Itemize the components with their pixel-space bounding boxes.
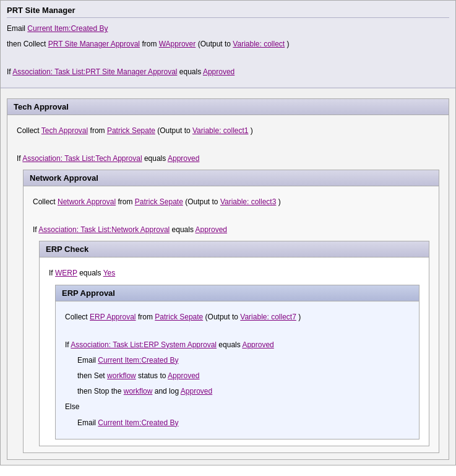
tech-approval-panel: Tech Approval Collect Tech Approval from… <box>7 98 449 460</box>
email-current-item-link[interactable]: Current Item:Created By <box>27 24 108 33</box>
top-section: PRT Site Manager Email Current Item:Crea… <box>1 1 455 89</box>
erp-if-label: If <box>65 340 69 349</box>
network-if-label: If <box>33 225 37 234</box>
erp-check-if-label: If <box>49 269 53 277</box>
erp-check-if-line: If WERP equals Yes <box>49 267 419 279</box>
erp-email-link[interactable]: Current Item:Created By <box>98 356 178 365</box>
then-collect-label: then Collect <box>7 40 46 48</box>
tech-approval-title: Tech Approval <box>14 102 69 111</box>
else-email-line: Email Current Item:Created By <box>77 417 410 429</box>
network-approval-title: Network Approval <box>30 173 98 183</box>
from-label: from <box>142 40 157 48</box>
erp-check-body: If WERP equals Yes <box>40 257 429 446</box>
tech-approval-header: Tech Approval <box>7 99 449 115</box>
erp-set-line: then Set workflow status to Approved <box>77 370 410 382</box>
tech-collect-line: Collect Tech Approval from Patrick Sepat… <box>17 125 439 137</box>
tech-output-end: ) <box>251 126 253 135</box>
tech-approval-link[interactable]: Tech Approval <box>41 126 88 135</box>
approved-link[interactable]: Approved <box>203 67 234 76</box>
patrick-sepate-link-1[interactable]: Patrick Sepate <box>107 126 155 135</box>
erp-approval-link[interactable]: ERP Approval <box>90 313 136 321</box>
prt-approval-link[interactable]: PRT Site Manager Approval <box>48 40 140 48</box>
and-log-label: and log <box>155 387 179 396</box>
erp-collect-line: Collect ERP Approval from Patrick Sepate <box>65 311 410 323</box>
erp-check-equals-label: equals <box>79 269 101 277</box>
erp-email-label: Email <box>77 356 96 365</box>
wapprover-link[interactable]: WApprover <box>159 40 196 48</box>
erp-collect-label: Collect <box>65 313 88 321</box>
network-if-line: If Association: Task List:Network Approv… <box>33 224 429 236</box>
output-label: (Output to <box>198 40 231 48</box>
network-collect-line: Collect Network Approval from Patrick Se… <box>33 196 429 208</box>
tech-from-label: from <box>90 126 105 135</box>
erp-output-label: (Output to <box>205 313 238 321</box>
main-panel-title: PRT Site Manager <box>7 6 449 15</box>
erp-approval-title: ERP Approval <box>62 288 115 298</box>
network-approval-body: Collect Network Approval from Patrick Se… <box>24 186 439 452</box>
workflow-link-1[interactable]: workflow <box>107 371 136 380</box>
tech-if-label: If <box>17 154 21 163</box>
approved-log-link[interactable]: Approved <box>181 387 212 396</box>
erp-email-line: Email Current Item:Created By <box>77 355 410 366</box>
workflow-link-2[interactable]: workflow <box>124 387 153 396</box>
yes-link[interactable]: Yes <box>103 269 116 277</box>
else-email-label: Email <box>77 418 96 427</box>
prt-approval-condition-link[interactable]: Association: Task List:PRT Site Manager … <box>12 67 177 76</box>
network-approved-link[interactable]: Approved <box>196 225 227 234</box>
erp-set-label: then Set <box>77 371 105 380</box>
equals-label: equals <box>179 67 201 76</box>
network-output-end: ) <box>278 197 281 206</box>
erp-check-title: ERP Check <box>46 244 88 254</box>
erp-from-label: from <box>138 313 153 321</box>
variable-collect-link[interactable]: Variable: collect <box>233 40 285 48</box>
network-approval-header: Network Approval <box>24 170 439 186</box>
tech-output-label: (Output to <box>157 126 190 135</box>
erp-equals-label: equals <box>218 340 240 349</box>
erp-stop-label: then Stop the <box>77 387 121 396</box>
approved-status-link[interactable]: Approved <box>168 371 199 380</box>
erp-if-line: If Association: Task List:ERP System App… <box>65 339 410 351</box>
network-condition-link[interactable]: Association: Task List:Network Approval <box>38 225 170 234</box>
erp-check-panel: ERP Check If WERP equals <box>39 241 429 446</box>
erp-approved-link[interactable]: Approved <box>242 340 273 349</box>
erp-condition-link[interactable]: Association: Task List:ERP System Approv… <box>71 340 217 349</box>
network-from-label: from <box>118 197 132 206</box>
variable-collect1-link[interactable]: Variable: collect1 <box>192 126 249 135</box>
variable-collect7-link[interactable]: Variable: collect7 <box>240 313 296 321</box>
output-end: ) <box>287 40 290 48</box>
tech-condition-link[interactable]: Association: Task List:Tech Approval <box>22 154 142 163</box>
email-line: Email Current Item:Created By <box>7 23 449 35</box>
patrick-sepate-link-2[interactable]: Patrick Sepate <box>135 197 183 206</box>
werp-link[interactable]: WERP <box>55 269 77 277</box>
erp-stop-line: then Stop the workflow and log Approved <box>77 386 410 397</box>
patrick-sepate-link-3[interactable]: Patrick Sepate <box>155 313 203 321</box>
tech-if-line: If Association: Task List:Tech Approval … <box>17 153 439 165</box>
variable-collect3-link[interactable]: Variable: collect3 <box>220 197 277 206</box>
tech-collect-label: Collect <box>17 126 40 135</box>
tech-approval-body: Collect Tech Approval from Patrick Sepat… <box>7 115 449 459</box>
network-output-label: (Output to <box>185 197 218 206</box>
network-equals-label: equals <box>172 225 194 234</box>
main-panel: PRT Site Manager Email Current Item:Crea… <box>0 0 456 465</box>
erp-approval-body: Collect ERP Approval from Patrick Sepate <box>56 301 419 439</box>
erp-approval-panel: ERP Approval Collect ERP Approval <box>55 285 419 439</box>
else-email-link[interactable]: Current Item:Created By <box>98 418 178 427</box>
email-label: Email <box>7 24 25 33</box>
network-approval-link[interactable]: Network Approval <box>58 197 116 206</box>
erp-approval-header: ERP Approval <box>56 285 419 301</box>
status-to-label: status to <box>138 371 166 380</box>
tech-approved-link[interactable]: Approved <box>168 154 199 163</box>
erp-output-end: ) <box>298 313 301 321</box>
network-approval-panel: Network Approval Collect Network Approva… <box>23 170 439 453</box>
collect-line: then Collect PRT Site Manager Approval f… <box>7 38 449 50</box>
else-label: Else <box>65 401 410 413</box>
if-label: If <box>7 67 11 76</box>
if-condition-line: If Association: Task List:PRT Site Manag… <box>7 66 449 78</box>
erp-check-header: ERP Check <box>40 241 429 257</box>
tech-equals-label: equals <box>144 154 166 163</box>
network-collect-label: Collect <box>33 197 56 206</box>
